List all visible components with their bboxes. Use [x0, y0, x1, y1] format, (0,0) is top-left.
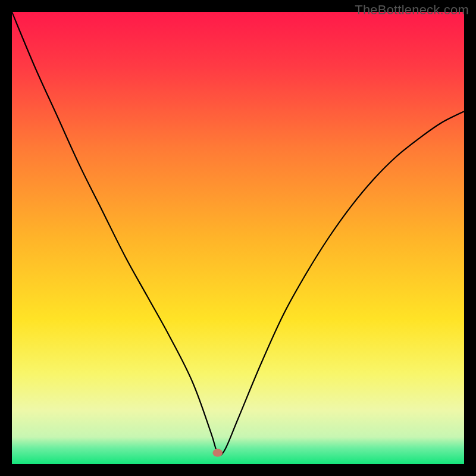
gradient-background [12, 12, 464, 464]
bottleneck-chart [12, 12, 464, 464]
plot-area [12, 12, 464, 464]
optimal-marker [212, 449, 223, 457]
chart-frame: TheBottleneck.com [0, 0, 476, 476]
watermark-text: TheBottleneck.com [355, 2, 469, 18]
